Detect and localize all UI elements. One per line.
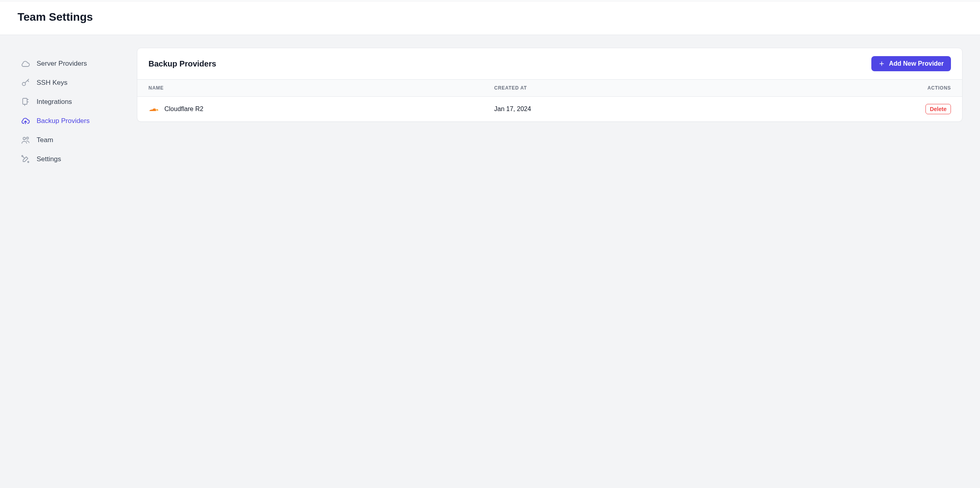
plug-icon — [21, 97, 30, 107]
col-actions: Actions — [748, 80, 962, 97]
providers-table: Name Created At Actions Cloudflare R2 — [137, 79, 962, 121]
col-name: Name — [137, 80, 483, 97]
sidebar-item-settings[interactable]: Settings — [18, 150, 121, 169]
sidebar-item-label: Settings — [37, 155, 61, 163]
plus-icon — [878, 61, 885, 67]
delete-button[interactable]: Delete — [925, 104, 951, 114]
users-icon — [21, 135, 30, 145]
cloud-icon — [21, 59, 30, 68]
content: Server Providers SSH Keys Integrations B… — [0, 35, 980, 182]
svg-rect-1 — [23, 98, 27, 104]
table-row: Cloudflare R2 Jan 17, 2024 Delete — [137, 97, 962, 122]
svg-point-4 — [22, 156, 23, 157]
panel-title: Backup Providers — [148, 59, 216, 68]
sidebar-item-server-providers[interactable]: Server Providers — [18, 54, 121, 73]
svg-point-5 — [28, 162, 29, 163]
main: Backup Providers Add New Provider Name C… — [137, 48, 962, 122]
card-header: Backup Providers Add New Provider — [137, 48, 962, 79]
sidebar-item-label: Integrations — [37, 98, 72, 106]
provider-name: Cloudflare R2 — [164, 105, 203, 113]
sidebar-item-ssh-keys[interactable]: SSH Keys — [18, 73, 121, 92]
sidebar: Server Providers SSH Keys Integrations B… — [18, 48, 121, 169]
tools-icon — [21, 154, 30, 164]
sidebar-item-team[interactable]: Team — [18, 131, 121, 150]
sidebar-item-integrations[interactable]: Integrations — [18, 92, 121, 111]
backup-providers-card: Backup Providers Add New Provider Name C… — [137, 48, 962, 122]
key-icon — [21, 78, 30, 88]
sidebar-item-label: SSH Keys — [37, 79, 67, 87]
cloudflare-icon — [148, 105, 159, 113]
page-title: Team Settings — [18, 11, 962, 23]
svg-point-2 — [23, 137, 25, 140]
provider-created-at: Jan 17, 2024 — [483, 97, 748, 122]
cloud-upload-icon — [21, 116, 30, 126]
add-new-provider-label: Add New Provider — [889, 60, 944, 67]
sidebar-item-label: Team — [37, 136, 53, 144]
add-new-provider-button[interactable]: Add New Provider — [871, 56, 951, 71]
svg-point-3 — [27, 137, 29, 139]
sidebar-item-backup-providers[interactable]: Backup Providers — [18, 111, 121, 131]
page-header: Team Settings — [0, 1, 980, 35]
sidebar-item-label: Server Providers — [37, 60, 87, 68]
provider-name-cell: Cloudflare R2 — [148, 105, 472, 113]
sidebar-item-label: Backup Providers — [37, 117, 90, 125]
col-created-at: Created At — [483, 80, 748, 97]
